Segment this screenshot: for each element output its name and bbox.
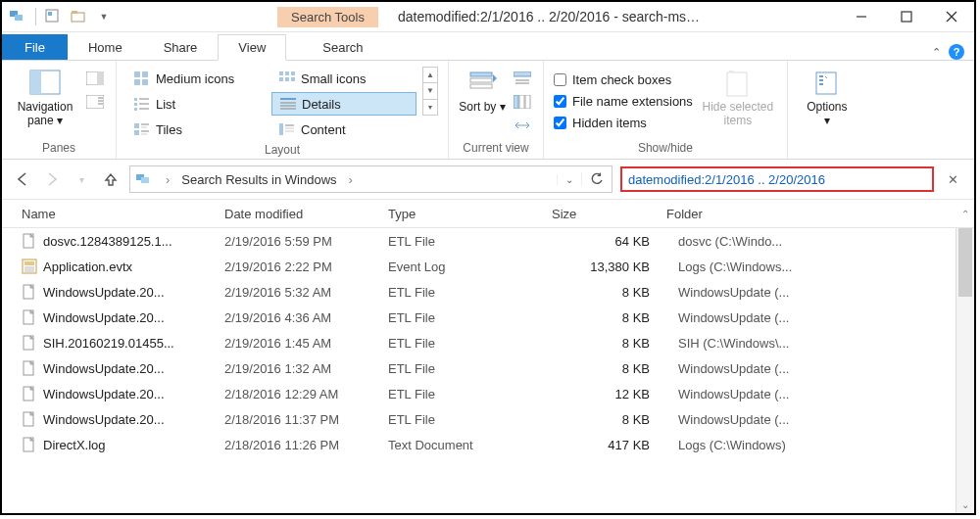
preview-pane-icon[interactable] (84, 69, 106, 88)
col-size[interactable]: Size (544, 207, 659, 221)
file-folder: WindowsUpdate (... (670, 361, 956, 376)
svg-rect-60 (819, 75, 823, 77)
col-date[interactable]: Date modified (217, 207, 380, 221)
navigation-row: ▾ › Search Results in Windows › ⌄ datemo… (2, 160, 974, 200)
col-type[interactable]: Type (380, 207, 544, 221)
svg-rect-22 (279, 71, 283, 75)
layout-details-label: Details (302, 97, 341, 112)
back-button[interactable] (12, 168, 33, 190)
contextual-tab-label: Search Tools (277, 7, 378, 27)
minimize-button[interactable] (839, 2, 884, 31)
layout-medium-label: Medium icons (156, 71, 234, 86)
table-row[interactable]: SIH.20160219.01455...2/19/2016 1:45 AMET… (2, 330, 956, 355)
layout-content[interactable]: Content (271, 118, 416, 141)
scroll-down-arrow[interactable]: ⌄ (956, 495, 974, 513)
file-name: WindowsUpdate.20... (43, 387, 165, 401)
maximize-button[interactable] (884, 2, 929, 31)
table-row[interactable]: WindowsUpdate.20...2/19/2016 5:32 AMETL … (2, 279, 956, 305)
qat-customize-icon[interactable]: ▼ (93, 6, 115, 27)
search-box[interactable]: datemodified:2/1/2016 .. 2/20/2016 (620, 166, 934, 192)
breadcrumb-chevron[interactable]: › (160, 172, 175, 187)
file-name: dosvc.1284389125.1... (43, 234, 172, 249)
ribbon-group-layout: Medium icons Small icons List Details Ti… (117, 61, 449, 159)
table-row[interactable]: dosvc.1284389125.1...2/19/2016 5:59 PMET… (2, 228, 956, 254)
recent-locations-button[interactable]: ▾ (71, 168, 92, 190)
layout-small-icons[interactable]: Small icons (271, 67, 416, 90)
breadcrumb-chevron[interactable]: › (343, 172, 359, 187)
svg-rect-41 (134, 130, 139, 135)
layout-list[interactable]: List (126, 92, 270, 116)
window-title: datemodified:2/1/2016 .. 2/20/2016 - sea… (398, 9, 702, 24)
layout-details[interactable]: Details (271, 92, 416, 116)
svg-rect-28 (134, 98, 137, 101)
svg-rect-61 (819, 79, 823, 81)
tab-file[interactable]: File (2, 34, 68, 60)
address-bar[interactable]: › Search Results in Windows › ⌄ (129, 165, 612, 193)
svg-rect-55 (519, 95, 524, 109)
tab-view[interactable]: View (218, 34, 286, 61)
scrollbar-track[interactable] (956, 228, 974, 495)
tab-share[interactable]: Share (143, 34, 219, 60)
table-row[interactable]: Application.evtx2/19/2016 2:22 PMEvent L… (2, 254, 956, 279)
check-item-check-boxes[interactable]: Item check boxes (554, 69, 693, 90)
svg-rect-62 (819, 83, 823, 85)
group-by-icon[interactable] (512, 69, 533, 88)
file-name: Application.evtx (43, 260, 132, 274)
svg-rect-20 (134, 79, 140, 85)
navigation-pane-button[interactable]: Navigation pane ▾ (12, 67, 78, 139)
svg-rect-56 (525, 95, 530, 109)
up-button[interactable] (100, 168, 122, 190)
file-type: ETL File (380, 361, 544, 376)
refresh-button[interactable] (581, 172, 612, 186)
col-folder[interactable]: Folder (659, 207, 956, 221)
properties-icon[interactable] (42, 6, 64, 27)
ribbon-group-show-hide: Item check boxes File name extensions Hi… (544, 61, 788, 159)
table-row[interactable]: WindowsUpdate.20...2/18/2016 12:29 AMETL… (2, 381, 956, 406)
tab-search[interactable]: Search (302, 34, 383, 60)
sort-by-button[interactable]: Sort by ▾ (459, 67, 506, 139)
file-name: WindowsUpdate.20... (43, 412, 165, 427)
breadcrumb-root[interactable]: Search Results in Windows (175, 172, 342, 187)
ribbon-tabs: File Home Share View Search ⌃ ? (2, 32, 974, 61)
address-history-dropdown[interactable]: ⌄ (557, 174, 581, 185)
ribbon-collapse-icon[interactable]: ⌃ (932, 46, 941, 59)
help-icon[interactable]: ? (949, 44, 964, 60)
layout-gallery-spinner[interactable]: ▲▼▾ (422, 67, 438, 116)
check-hidden-items[interactable]: Hidden items (554, 112, 693, 133)
layout-medium-icons[interactable]: Medium icons (126, 67, 270, 90)
col-name[interactable]: Name (2, 207, 217, 221)
layout-small-label: Small icons (301, 71, 366, 86)
forward-button[interactable] (41, 168, 63, 190)
file-size: 64 KB (544, 234, 670, 249)
file-size: 13,380 KB (544, 260, 670, 274)
layout-list-label: List (156, 97, 175, 112)
scroll-up-arrow[interactable]: ⌃ (956, 209, 974, 219)
layout-tiles[interactable]: Tiles (126, 118, 270, 141)
close-button[interactable] (929, 2, 974, 31)
check-file-extensions[interactable]: File name extensions (554, 90, 693, 112)
table-row[interactable]: WindowsUpdate.20...2/19/2016 1:32 AMETL … (2, 355, 956, 381)
table-row[interactable]: WindowsUpdate.20...2/19/2016 4:36 AMETL … (2, 305, 956, 330)
svg-rect-48 (470, 72, 492, 76)
file-size: 417 KB (544, 438, 670, 452)
clear-search-button[interactable]: ✕ (942, 172, 964, 187)
vertical-scrollbar[interactable]: ⌄ (956, 228, 974, 513)
file-icon (22, 233, 37, 249)
scrollbar-thumb[interactable] (958, 228, 972, 297)
tab-home[interactable]: Home (68, 34, 143, 60)
svg-rect-24 (291, 71, 295, 75)
table-row[interactable]: DirectX.log2/18/2016 11:26 PMText Docume… (2, 432, 956, 457)
svg-rect-50 (470, 84, 492, 88)
file-icon (22, 335, 37, 351)
options-button[interactable]: Options▾ (798, 67, 857, 139)
file-icon (22, 411, 37, 427)
new-folder-icon[interactable] (68, 6, 89, 27)
details-pane-icon[interactable] (84, 92, 106, 112)
table-row[interactable]: WindowsUpdate.20...2/18/2016 11:37 PMETL… (2, 406, 956, 432)
svg-rect-21 (142, 79, 148, 85)
file-size: 8 KB (544, 361, 670, 376)
add-columns-icon[interactable] (512, 92, 533, 112)
size-columns-icon[interactable] (512, 116, 533, 135)
svg-rect-49 (470, 78, 492, 82)
file-size: 12 KB (544, 387, 670, 401)
